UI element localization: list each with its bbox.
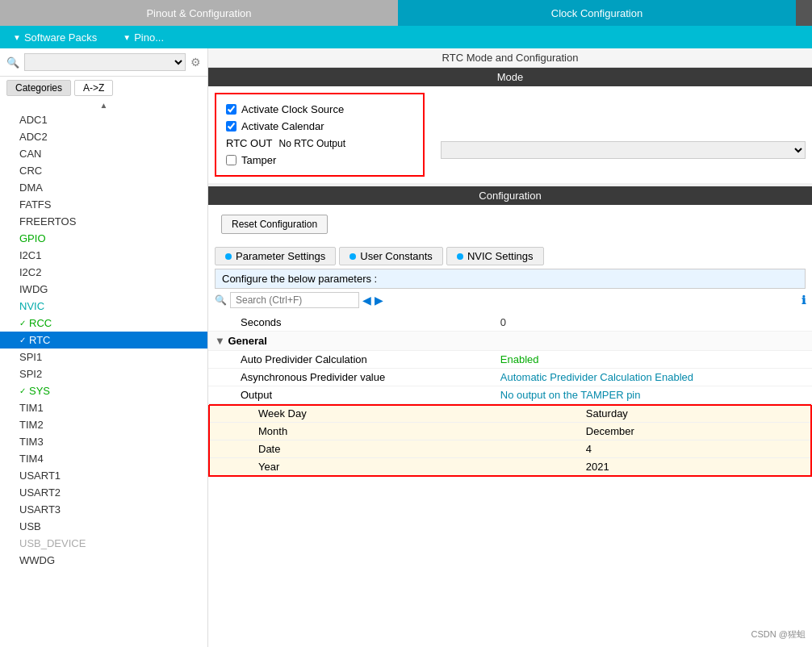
seconds-value: 0 [491, 311, 812, 332]
tab-user-constants[interactable]: User Constants [339, 247, 443, 265]
sidebar-item-spi1[interactable]: SPI1 [0, 349, 207, 365]
collapse-arrow-icon[interactable]: ▼ [215, 335, 228, 347]
sidebar-item-spi2[interactable]: SPI2 [0, 365, 207, 382]
rtc-mode-right-panel [425, 93, 806, 177]
sidebar-item-i2c2[interactable]: I2C2 [0, 264, 207, 281]
activate-clock-row: Activate Clock Source [226, 101, 413, 118]
tamper-checkbox[interactable] [226, 155, 236, 165]
sidebar-item-adc2[interactable]: ADC2 [0, 128, 207, 145]
sidebar-item-usart3[interactable]: USART3 [0, 501, 207, 518]
sidebar-item-rcc[interactable]: ✓RCC [0, 315, 207, 332]
right-content: RTC Mode and Configuration Mode Activate… [208, 48, 812, 647]
tab-parameter-settings[interactable]: Parameter Settings [215, 247, 336, 265]
sidebar-item-crc[interactable]: CRC [0, 162, 207, 179]
activate-calendar-row: Activate Calendar [226, 118, 413, 135]
info-icon[interactable]: ℹ [802, 294, 806, 307]
check-icon: ✓ [19, 336, 26, 344]
calendar-param-label: Week Day [209, 405, 576, 423]
sidebar-item-rtc[interactable]: ✓RTC [0, 332, 207, 349]
reset-configuration-button[interactable]: Reset Configuration [221, 215, 328, 234]
sidebar-tabs: Categories A->Z [0, 77, 207, 99]
sidebar-items: ADC1ADC2CANCRCDMAFATFSFREERTOSGPIOI2C1I2… [0, 111, 207, 569]
mode-area: Activate Clock Source Activate Calendar … [208, 86, 812, 183]
sidebar-item-label: SPI1 [19, 351, 42, 363]
general-section-row: ▼ General [208, 332, 812, 351]
activate-clock-checkbox[interactable] [226, 104, 236, 115]
sub-software-packs[interactable]: ▼ Software Packs [0, 31, 110, 44]
sidebar-item-label: TIM4 [19, 453, 44, 465]
sidebar-item-label: ADC1 [19, 114, 48, 126]
tab-clock[interactable]: Clock Configuration [398, 0, 796, 26]
calendar-param-value: December [576, 423, 811, 440]
sidebar-item-usart2[interactable]: USART2 [0, 484, 207, 501]
tab-az[interactable]: A->Z [74, 80, 113, 96]
sidebar-item-label: RCC [29, 317, 52, 329]
calendar-section: Week DaySaturdayMonthDecemberDate4Year20… [208, 404, 812, 477]
sidebar-item-tim2[interactable]: TIM2 [0, 416, 207, 433]
sidebar-item-i2c1[interactable]: I2C1 [0, 247, 207, 264]
sidebar-item-freertos[interactable]: FREERTOS [0, 213, 207, 230]
sidebar-item-gpio[interactable]: GPIO [0, 230, 207, 247]
sidebar-search-input[interactable] [24, 53, 186, 71]
sidebar-item-tim4[interactable]: TIM4 [0, 450, 207, 467]
sidebar-search-row: 🔍 ⚙ [0, 48, 207, 77]
param-row: Asynchronous Predivider valueAutomatic P… [208, 369, 812, 386]
mode-dropdown[interactable] [441, 141, 806, 159]
sidebar-item-label: TIM2 [19, 419, 44, 431]
next-icon[interactable]: ▶ [375, 294, 383, 307]
rtc-mode-header: RTC Mode and Configuration [208, 48, 812, 68]
sidebar-item-label: USART3 [19, 503, 61, 516]
sidebar-item-iwdg[interactable]: IWDG [0, 281, 207, 298]
sidebar-item-label: USART2 [19, 486, 61, 499]
sidebar-item-label: GPIO [19, 232, 46, 244]
sidebar-item-tim1[interactable]: TIM1 [0, 399, 207, 416]
tab-pinout[interactable]: Pinout & Configuration [0, 0, 398, 26]
tab-nvic-settings[interactable]: NVIC Settings [446, 247, 544, 265]
param-row: OutputNo output on the TAMPER pin [208, 386, 812, 404]
sidebar-item-wwdg[interactable]: WWDG [0, 552, 207, 569]
sidebar-item-sys[interactable]: ✓SYS [0, 382, 207, 399]
param-tabs: Parameter Settings User Constants NVIC S… [208, 244, 812, 269]
sidebar-item-usart1[interactable]: USART1 [0, 467, 207, 484]
sidebar-item-usb_device[interactable]: USB_DEVICE [0, 535, 207, 552]
activate-calendar-checkbox[interactable] [226, 121, 236, 131]
sub-pinout[interactable]: ▼ Pino... [110, 31, 177, 44]
sidebar-item-label: CAN [19, 148, 41, 160]
sidebar-item-label: TIM3 [19, 436, 44, 448]
scroll-up-btn[interactable]: ▲ [0, 99, 207, 111]
sidebar-item-label: IWDG [19, 283, 48, 295]
sidebar-item-can[interactable]: CAN [0, 145, 207, 162]
calendar-param-label: Year [209, 458, 576, 477]
gear-icon[interactable]: ⚙ [190, 56, 201, 69]
sub-header: ▼ Software Packs ▼ Pino... [0, 26, 812, 48]
sidebar-item-label: USB_DEVICE [19, 537, 86, 549]
sidebar-item-dma[interactable]: DMA [0, 179, 207, 196]
sidebar-item-label: I2C2 [19, 266, 41, 278]
check-icon: ✓ [19, 386, 26, 395]
sidebar-item-label: FATFS [19, 198, 51, 211]
mode-dropdown-row [441, 141, 806, 159]
sidebar-item-fatfs[interactable]: FATFS [0, 196, 207, 213]
search-row: 🔍 ◀ ▶ ℹ [208, 289, 812, 311]
calendar-param-row: MonthDecember [209, 423, 811, 440]
sidebar-item-label: RTC [29, 334, 50, 346]
sidebar-item-label: NVIC [19, 300, 44, 312]
sidebar-item-adc1[interactable]: ADC1 [0, 111, 207, 128]
dot-icon [457, 253, 463, 260]
config-section-header: Configuration [208, 186, 812, 205]
calendar-param-row: Year2021 [209, 458, 811, 477]
seconds-label: Seconds [208, 311, 491, 332]
calendar-param-value: Saturday [576, 405, 811, 423]
sidebar-item-nvic[interactable]: NVIC [0, 298, 207, 315]
sidebar-item-tim3[interactable]: TIM3 [0, 433, 207, 450]
param-search-input[interactable] [230, 292, 359, 308]
sidebar-item-label: USB [19, 520, 41, 532]
rtc-out-row: RTC OUT No RTC Output [226, 135, 413, 152]
mode-section-header: Mode [208, 68, 812, 86]
calendar-param-label: Date [209, 440, 576, 458]
sidebar-item-usb[interactable]: USB [0, 518, 207, 535]
prev-icon[interactable]: ◀ [362, 294, 371, 307]
param-table: Seconds 0 ▼ General Auto Predivider Calc… [208, 311, 812, 404]
search-icon: 🔍 [6, 56, 19, 69]
tab-categories[interactable]: Categories [6, 80, 71, 96]
